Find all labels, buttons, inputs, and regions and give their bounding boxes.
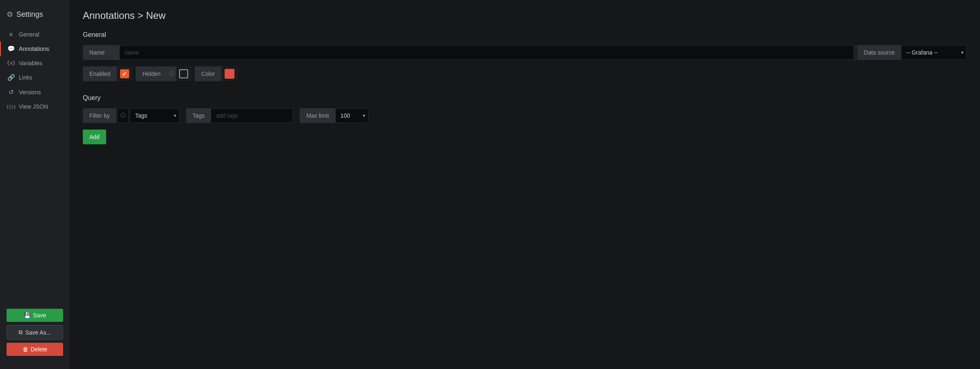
options-row: Enabled ✔ Hidden ⓘ Color [83, 66, 967, 81]
color-label: Color [195, 66, 221, 81]
save-button-label: Save [33, 312, 46, 319]
datasource-select-wrapper: -- Grafana -- Prometheus InfluxDB [901, 45, 967, 60]
gear-icon [7, 10, 13, 19]
general-section-title: General [83, 31, 967, 39]
main-content: Annotations > New General Name Data sour… [70, 0, 980, 369]
page-title: Annotations > New [83, 10, 967, 21]
sidebar-title: Settings [0, 7, 70, 27]
add-button[interactable]: Add [83, 130, 106, 144]
sidebar-item-label: Variables [19, 60, 42, 66]
datasource-label: Data source [857, 45, 901, 60]
sidebar-item-label: Versions [19, 89, 41, 96]
sidebar-item-versions[interactable]: ↺ Versions [0, 85, 70, 100]
sidebar-item-label: View JSON [19, 103, 48, 110]
max-limit-group: Max limit 100 200 500 [296, 108, 368, 123]
hidden-checkbox[interactable] [179, 69, 188, 78]
annotation-icon: 💬 [7, 45, 15, 52]
sidebar-title-text: Settings [16, 10, 43, 19]
filter-by-label: Filter by [83, 108, 116, 123]
query-section: Query Filter by ⓘ Tags Dashboard Tags [83, 94, 967, 144]
save-button[interactable]: 💾 Save [7, 309, 63, 322]
name-row: Name Data source -- Grafana -- Prometheu… [83, 45, 967, 60]
sidebar-item-label: Links [19, 74, 32, 81]
tags-label: Tags [186, 108, 211, 123]
sidebar-item-view-json[interactable]: {{}} View JSON [0, 100, 70, 114]
add-button-label: Add [89, 134, 100, 140]
hidden-group: Hidden ⓘ [136, 66, 191, 81]
enabled-label: Enabled [83, 66, 117, 81]
checkmark-icon: ✔ [122, 71, 127, 77]
enabled-checkbox[interactable]: ✔ [120, 69, 129, 78]
sidebar-item-annotations[interactable]: 💬 Annotations [0, 41, 70, 56]
save-as-button[interactable]: ⧉ Save As... [7, 325, 63, 339]
datasource-select[interactable]: -- Grafana -- Prometheus InfluxDB [901, 45, 967, 60]
sidebar-item-label: General [19, 31, 39, 38]
json-icon: {{}} [7, 105, 15, 109]
sidebar-nav: ≡ General 💬 Annotations {x} Variables 🔗 … [0, 27, 70, 302]
breadcrumb-current: New [146, 10, 166, 21]
delete-button-label: Delete [31, 346, 47, 353]
save-icon: 💾 [24, 312, 31, 319]
color-group: Color [195, 66, 238, 81]
max-limit-select-wrapper: 100 200 500 [336, 108, 368, 123]
max-limit-select[interactable]: 100 200 500 [336, 108, 368, 123]
sidebar-item-label: Annotations [19, 46, 49, 52]
filter-by-group: Filter by ⓘ Tags Dashboard [83, 108, 180, 123]
save-as-button-label: Save As... [25, 329, 51, 336]
variables-icon: {x} [7, 60, 15, 66]
sliders-icon: ≡ [7, 31, 15, 38]
name-input[interactable] [120, 45, 854, 60]
delete-button[interactable]: 🗑 Delete [7, 343, 63, 356]
query-row: Filter by ⓘ Tags Dashboard Tags Max limi… [83, 108, 967, 123]
sidebar: Settings ≡ General 💬 Annotations {x} Var… [0, 0, 70, 369]
links-icon: 🔗 [7, 74, 15, 81]
sidebar-item-general[interactable]: ≡ General [0, 27, 70, 41]
sidebar-item-variables[interactable]: {x} Variables [0, 56, 70, 70]
enabled-control: ✔ [117, 66, 132, 81]
query-section-title: Query [83, 94, 967, 102]
tags-group: Tags [183, 108, 293, 123]
filter-info-icon[interactable]: ⓘ [118, 108, 129, 123]
breadcrumb-sep: > [137, 10, 146, 21]
enabled-group: Enabled ✔ [83, 66, 132, 81]
hidden-info-icon[interactable]: ⓘ [169, 70, 174, 77]
tags-filter-select[interactable]: Tags Dashboard [130, 108, 180, 123]
tags-input[interactable] [211, 108, 293, 123]
hidden-label: Hidden [136, 66, 167, 81]
tags-filter-wrapper: Tags Dashboard [130, 108, 180, 123]
sidebar-buttons: 💾 Save ⧉ Save As... 🗑 Delete [0, 302, 70, 362]
breadcrumb-root: Annotations [83, 10, 135, 21]
name-label: Name [83, 45, 120, 60]
general-section: General Name Data source -- Grafana -- P… [83, 31, 967, 81]
sidebar-item-links[interactable]: 🔗 Links [0, 70, 70, 85]
max-limit-label: Max limit [300, 108, 335, 123]
trash-icon: 🗑 [23, 346, 28, 353]
copy-icon: ⧉ [18, 329, 23, 336]
hidden-control [176, 66, 191, 81]
color-control [221, 66, 238, 81]
versions-icon: ↺ [7, 89, 15, 96]
color-swatch[interactable] [225, 69, 234, 79]
